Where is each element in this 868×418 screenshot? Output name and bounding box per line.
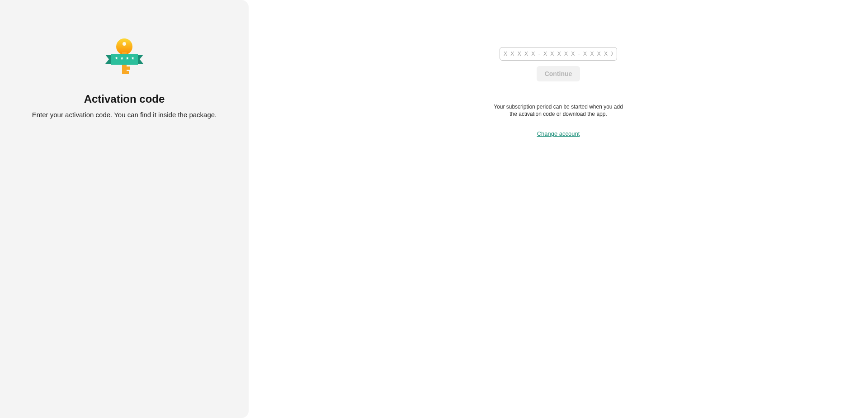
activation-code-input[interactable] xyxy=(500,47,617,61)
svg-point-3 xyxy=(123,42,126,46)
svg-rect-6 xyxy=(127,71,129,74)
right-panel: Continue Your subscription period can be… xyxy=(249,0,868,418)
activation-heading: Activation code xyxy=(84,93,165,105)
svg-text:*: * xyxy=(132,56,134,63)
svg-text:*: * xyxy=(126,56,129,63)
continue-button[interactable]: Continue xyxy=(537,66,580,81)
subscription-info-text: Your subscription period can be started … xyxy=(491,103,626,118)
svg-text:*: * xyxy=(121,56,123,63)
svg-rect-5 xyxy=(127,66,130,70)
svg-text:*: * xyxy=(115,56,118,63)
activation-key-icon: * * * * xyxy=(102,38,147,79)
change-account-link[interactable]: Change account xyxy=(537,130,580,137)
left-panel: * * * * Activation code Enter your activ… xyxy=(0,0,249,418)
activation-subheading: Enter your activation code. You can find… xyxy=(32,111,217,119)
